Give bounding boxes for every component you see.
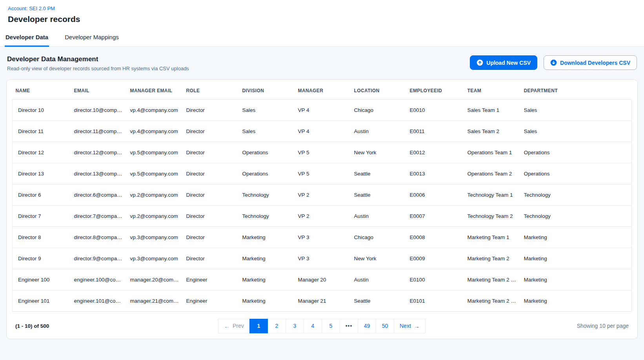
table-cell: Director — [183, 142, 239, 163]
table-cell: director.13@compan... — [71, 163, 127, 184]
table-cell: director.12@compan... — [71, 142, 127, 163]
page-title: Developer records — [8, 15, 636, 24]
table-cell: VP 2 — [295, 205, 351, 227]
panel-title: Developer Data Management — [7, 55, 189, 63]
pagination-range-label: (1 - 10) of 500 — [15, 323, 218, 329]
prev-page-button[interactable]: ← Prev — [218, 319, 250, 333]
table-cell: E0011 — [407, 121, 464, 142]
column-header-department: DEPARTMENT — [521, 82, 632, 99]
tab-developer-mappings[interactable]: Developer Mappings — [64, 28, 120, 47]
table-cell: Technology Team 1 — [464, 184, 521, 205]
table-cell: director.8@company.... — [71, 227, 127, 248]
table-cell: engineer.101@comp... — [71, 290, 127, 311]
table-cell: E0006 — [407, 184, 464, 205]
table-head: NAMEEMAILMANAGER EMAILROLEDIVISIONMANAGE… — [13, 82, 632, 99]
table-row: Director 12director.12@compan...vp.5@com… — [13, 142, 632, 163]
table-cell: Sales — [521, 121, 632, 142]
table-cell: director.11@compan... — [71, 121, 127, 142]
account-breadcrumb-link[interactable]: Account: SEI 2.0 PM — [8, 5, 55, 11]
column-header-manager-email: MANAGER EMAIL — [127, 82, 183, 99]
table-cell: Marketing — [521, 227, 632, 248]
table-cell: Director 10 — [13, 99, 71, 121]
table-cell: Operations — [521, 163, 632, 184]
column-header-employeeid: EMPLOYEEID — [407, 82, 464, 99]
table-cell: E0008 — [407, 227, 464, 248]
table-cell: Director — [183, 248, 239, 269]
table-row: Director 7director.7@company....vp.2@com… — [13, 205, 632, 227]
table-cell: Technology — [239, 184, 295, 205]
arrow-left-icon: ← — [224, 323, 230, 329]
table-cell: Engineer — [183, 269, 239, 290]
upload-new-csv-button[interactable]: Upload New CSV — [470, 55, 537, 70]
table-cell: director.10@compan... — [71, 99, 127, 121]
table-cell: Director 11 — [13, 121, 71, 142]
table-cell: Austin — [351, 121, 407, 142]
upload-button-label: Upload New CSV — [486, 60, 531, 66]
table-cell: manager.20@compa... — [127, 269, 183, 290]
table-cell: Chicago — [351, 227, 407, 248]
table-row: Engineer 100engineer.100@comp...manager.… — [13, 269, 632, 290]
table-body: Director 10director.10@compan...vp.4@com… — [13, 99, 632, 311]
page-button-1[interactable]: 1 — [249, 319, 268, 333]
column-header-location: LOCATION — [351, 82, 407, 99]
table-header-row: NAMEEMAILMANAGER EMAILROLEDIVISIONMANAGE… — [13, 82, 632, 99]
table-cell: vp.5@company.com — [127, 142, 183, 163]
page-button-3[interactable]: 3 — [286, 319, 304, 333]
pagination-controls: ← Prev 12345•••4950 Next → — [218, 319, 426, 333]
column-header-name: NAME — [13, 82, 71, 99]
table-cell: VP 4 — [295, 121, 351, 142]
table-cell: Director — [183, 121, 239, 142]
table-cell: Operations — [239, 142, 295, 163]
pagination-ellipsis: ••• — [340, 319, 358, 333]
table-cell: E0100 — [407, 269, 464, 290]
page-button-4[interactable]: 4 — [304, 319, 322, 333]
panel-header-text: Developer Data Management Read-only view… — [7, 55, 189, 71]
table-cell: E0009 — [407, 248, 464, 269]
per-page-label: Showing 10 per page — [426, 323, 629, 329]
page-button-2[interactable]: 2 — [267, 319, 286, 333]
tab-developer-data[interactable]: Developer Data — [5, 28, 49, 47]
table-cell: New York — [351, 142, 407, 163]
table-row: Engineer 101engineer.101@comp...manager.… — [13, 290, 632, 311]
download-developers-csv-button[interactable]: Download Developers CSV — [544, 55, 637, 70]
table-cell: vp.4@company.com — [127, 99, 183, 121]
panel-header: Developer Data Management Read-only view… — [6, 55, 638, 71]
table-cell: Director 8 — [13, 227, 71, 248]
column-header-manager: MANAGER — [295, 82, 351, 99]
table-cell: director.9@company.... — [71, 248, 127, 269]
page-button-50[interactable]: 50 — [376, 319, 394, 333]
developer-table-card: NAMEEMAILMANAGER EMAILROLEDIVISIONMANAGE… — [6, 79, 638, 339]
download-button-label: Download Developers CSV — [560, 60, 630, 66]
table-cell: Austin — [351, 269, 407, 290]
upload-icon — [477, 59, 483, 66]
column-header-team: TEAM — [464, 82, 521, 99]
table-cell: Engineer 101 — [13, 290, 71, 311]
next-page-button[interactable]: Next → — [394, 319, 426, 333]
table-cell: Marketing — [239, 290, 295, 311]
table-cell: Director 13 — [13, 163, 71, 184]
table-cell: E0013 — [407, 163, 464, 184]
table-row: Director 13director.13@compan...vp.5@com… — [13, 163, 632, 184]
table-cell: Chicago — [351, 99, 407, 121]
table-row: Director 11director.11@compan...vp.4@com… — [13, 121, 632, 142]
panel-actions: Upload New CSV Download Developers CSV — [470, 55, 637, 70]
table-cell: Sales Team 1 — [464, 99, 521, 121]
table-cell: vp.3@company.com — [127, 227, 183, 248]
table-cell: E0101 — [407, 290, 464, 311]
table-row: Director 6director.6@company....vp.2@com… — [13, 184, 632, 205]
table-cell: Seattle — [351, 184, 407, 205]
page-button-49[interactable]: 49 — [358, 319, 376, 333]
table-cell: Technology — [521, 184, 632, 205]
table-cell: Director 7 — [13, 205, 71, 227]
table-cell: VP 3 — [295, 248, 351, 269]
developer-data-panel: Developer Data Management Read-only view… — [0, 47, 644, 360]
prev-button-label: Prev — [233, 323, 244, 329]
column-header-division: DIVISION — [239, 82, 295, 99]
table-cell: Marketing Team 1 — [464, 227, 521, 248]
table-cell: Marketing — [521, 248, 632, 269]
table-cell: Sales — [239, 99, 295, 121]
table-cell: Operations — [521, 142, 632, 163]
pagination-bar: (1 - 10) of 500 ← Prev 12345•••4950 Next… — [12, 319, 632, 333]
page-button-5[interactable]: 5 — [322, 319, 340, 333]
table-cell: Director 9 — [13, 248, 71, 269]
